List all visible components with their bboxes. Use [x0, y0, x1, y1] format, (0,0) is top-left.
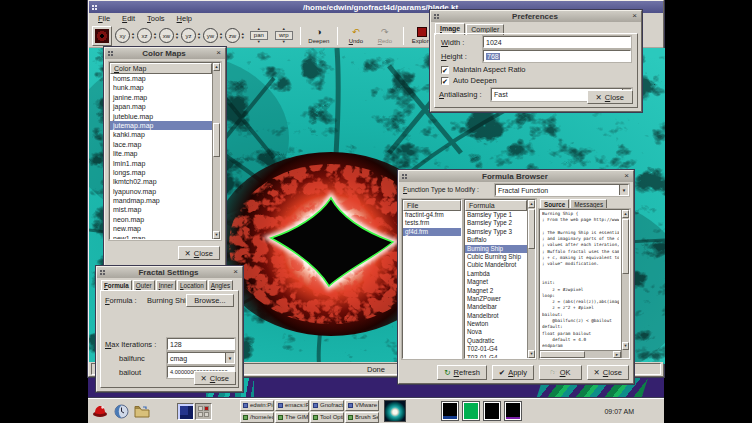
- close-window-icon[interactable]: ×: [622, 172, 631, 181]
- formula-item[interactable]: Barnsley Type 2: [465, 219, 535, 227]
- formula-item[interactable]: ManZPower: [465, 295, 535, 303]
- color-map-item[interactable]: hunk.map: [110, 83, 220, 92]
- deepen-button[interactable]: ◑ Deepen: [306, 25, 332, 47]
- scroll-up-icon[interactable]: [528, 200, 535, 208]
- spin-down-icon[interactable]: [257, 40, 261, 44]
- height-input[interactable]: 768: [483, 50, 631, 62]
- color-map-item[interactable]: janine.map: [110, 93, 220, 102]
- close-button[interactable]: ✕ Close: [587, 90, 633, 104]
- dropdown-icon[interactable]: ▼: [619, 185, 628, 195]
- color-map-item[interactable]: mist.map: [110, 205, 220, 214]
- undo-button[interactable]: ↶ Undo: [343, 25, 369, 47]
- rotate-axis-button[interactable]: xz: [137, 28, 157, 43]
- color-map-item[interactable]: neon.map: [110, 215, 220, 224]
- scroll-up-icon[interactable]: [622, 210, 629, 218]
- rotate-axis-button[interactable]: xy: [115, 28, 135, 43]
- formula-item[interactable]: Quadratic: [465, 337, 535, 345]
- formula-item[interactable]: Buffalo: [465, 236, 535, 244]
- refresh-button[interactable]: ↻ Refresh: [437, 365, 487, 380]
- color-map-item[interactable]: homs.map: [110, 74, 220, 83]
- apply-button[interactable]: ✔ Apply: [492, 365, 534, 380]
- formula-item[interactable]: Lambda: [465, 270, 535, 278]
- color-map-item[interactable]: new.map: [110, 224, 220, 233]
- menu-item[interactable]: Edit: [117, 14, 140, 23]
- color-map-item[interactable]: lmin1.map: [110, 159, 220, 168]
- pan-spinner[interactable]: pan: [248, 27, 270, 44]
- preview-swatch[interactable]: [505, 402, 521, 420]
- close-button[interactable]: ✕ Close: [178, 246, 220, 260]
- spinner-arrows-icon[interactable]: [175, 32, 179, 40]
- formula-item[interactable]: T03-01-G4: [465, 354, 535, 359]
- formula-item[interactable]: T02-01-G4: [465, 345, 535, 353]
- source-view[interactable]: Burning Ship {; From the web page http:/…: [539, 209, 630, 359]
- scroll-right-icon[interactable]: ►: [613, 351, 621, 358]
- formula-item[interactable]: Mandelbar: [465, 303, 535, 311]
- redo-button[interactable]: ↷ Redo: [372, 25, 398, 47]
- color-map-column-header[interactable]: Color Map: [110, 63, 212, 74]
- workspace-grid[interactable]: [195, 403, 212, 420]
- color-map-scrollbar[interactable]: [212, 63, 220, 239]
- browse-button[interactable]: Browse...: [186, 294, 234, 307]
- formula-column-header[interactable]: Formula: [465, 200, 527, 211]
- task-button[interactable]: /home/edw: [240, 412, 274, 423]
- spinner-arrows-icon[interactable]: [197, 32, 201, 40]
- rotate-axis-button[interactable]: xw: [159, 28, 179, 43]
- formula-item[interactable]: Cubic Burning Ship: [465, 253, 535, 261]
- window-menu-icon[interactable]: [107, 50, 114, 57]
- color-map-item[interactable]: new1.map: [110, 234, 220, 240]
- scrollbar-thumb[interactable]: [540, 351, 585, 358]
- function-type-combo[interactable]: Fractal Function ▼: [495, 184, 629, 196]
- file-item[interactable]: gf4d.frm: [403, 228, 461, 236]
- close-window-icon[interactable]: ×: [630, 12, 639, 21]
- formula-item[interactable]: Magnet 2: [465, 287, 535, 295]
- task-button[interactable]: Tool Optio: [310, 412, 344, 423]
- close-button[interactable]: ✕ Close: [194, 371, 236, 385]
- workspace-pager[interactable]: [177, 403, 212, 420]
- formula-item[interactable]: Barnsley Type 1: [465, 211, 535, 219]
- color-map-item[interactable]: longs.map: [110, 168, 220, 177]
- maintain-aspect-checkbox[interactable]: ✔: [441, 66, 449, 74]
- formula-browser-titlebar[interactable]: Formula Browser ×: [399, 171, 633, 182]
- spin-down-icon[interactable]: [282, 40, 286, 44]
- rotate-axis-button[interactable]: zw: [225, 28, 245, 43]
- close-window-icon[interactable]: ×: [231, 268, 240, 277]
- clock-globe-launcher[interactable]: [112, 402, 130, 420]
- window-menu-icon[interactable]: [433, 13, 440, 20]
- spinner-arrows-icon[interactable]: [131, 32, 135, 40]
- formula-item[interactable]: Newton: [465, 320, 535, 328]
- spinner-arrows-icon[interactable]: [241, 32, 245, 40]
- menu-item[interactable]: Help: [172, 14, 197, 23]
- formula-item[interactable]: Barnsley Type 3: [465, 228, 535, 236]
- rotate-axis-button[interactable]: yw: [203, 28, 223, 43]
- task-button[interactable]: The GIMP: [275, 412, 309, 423]
- ok-button[interactable]: ☞ OK: [539, 365, 582, 380]
- scroll-down-icon[interactable]: [622, 342, 629, 350]
- file-item[interactable]: fractint-g4.frm: [403, 211, 461, 219]
- color-map-item[interactable]: lace.map: [110, 140, 220, 149]
- color-map-item[interactable]: japan.map: [110, 102, 220, 111]
- menu-item[interactable]: File: [93, 14, 115, 23]
- color-map-item[interactable]: juteblue.map: [110, 112, 220, 121]
- scrollbar-thumb[interactable]: [528, 209, 535, 249]
- scrollbar-thumb[interactable]: [213, 123, 220, 157]
- spinner-arrows-icon[interactable]: [219, 32, 223, 40]
- preferences-titlebar[interactable]: Preferences ×: [431, 11, 641, 22]
- pan-spinner[interactable]: wrp: [273, 27, 295, 44]
- window-menu-icon[interactable]: [91, 4, 98, 11]
- scroll-down-icon[interactable]: [213, 231, 220, 239]
- preview-swatch[interactable]: [442, 402, 458, 420]
- color-map-item[interactable]: mandmap.map: [110, 196, 220, 205]
- color-map-item[interactable]: jutemap.map: [110, 121, 220, 130]
- color-map-item[interactable]: lyapunov.map: [110, 187, 220, 196]
- close-button[interactable]: ✕ Close: [587, 365, 629, 380]
- spinner-arrows-icon[interactable]: [153, 32, 157, 40]
- fractal-settings-titlebar[interactable]: Fractal Settings ×: [97, 267, 242, 278]
- formula-item[interactable]: Cubic Mandelbrot: [465, 261, 535, 269]
- active-workspace-preview[interactable]: [177, 403, 194, 420]
- app-fractal-button[interactable]: [92, 26, 112, 46]
- dropdown-icon[interactable]: ▼: [225, 353, 234, 363]
- bailfunc-combo[interactable]: cmag ▼: [167, 352, 235, 364]
- formula-item[interactable]: Nova: [465, 328, 535, 336]
- rotate-axis-button[interactable]: yz: [181, 28, 201, 43]
- auto-deepen-checkbox[interactable]: ✔: [441, 77, 449, 85]
